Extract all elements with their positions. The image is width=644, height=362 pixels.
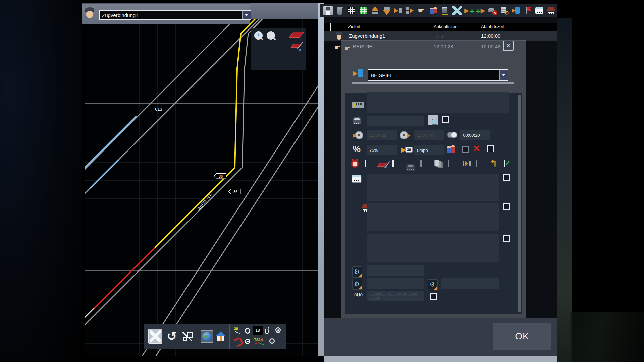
guid-checkbox[interactable] [430,293,437,300]
move-down-icon[interactable] [382,6,391,15]
background-terrain [570,312,644,362]
destination-select-value: BEISPIEL [368,72,499,78]
marker-wedge-icon [377,163,387,167]
snap-radio[interactable] [245,339,250,344]
chevron-down-icon[interactable] [499,70,508,80]
consist-properties-icon[interactable] [428,115,438,125]
service-select[interactable]: Zugverbindung1 [99,10,251,20]
driver-avatar-icon [85,7,95,19]
mouse-radio[interactable] [275,327,281,333]
documents-toggle-cb-wrap [448,161,462,167]
locomotive-icon [406,164,415,171]
snap-magnet-icon[interactable] [234,337,244,347]
insert-after-icon[interactable] [406,6,415,15]
close-icon[interactable]: ✕ [503,41,514,51]
add-service-after-icon[interactable] [476,6,485,15]
chevron-down-icon[interactable] [242,11,251,19]
ok-button[interactable]: OK [493,323,551,350]
jump-tool-button[interactable] [182,332,193,341]
no-stop-checkbox[interactable] [503,235,510,242]
column-divider [526,23,526,31]
ts14-radio[interactable] [269,338,275,344]
zoom-out-icon[interactable]: − [266,31,276,41]
zoom-in-icon[interactable]: + [254,31,264,41]
marker-wedge-toggle-checkbox[interactable] [392,160,394,167]
rotate-tool-button[interactable]: ↺ [167,329,177,343]
locomotive-toggle-checkbox[interactable] [420,160,422,167]
flag-marker-icon[interactable] [523,6,532,15]
platform-marker-icon[interactable] [535,6,544,15]
move-up-icon[interactable] [370,6,380,15]
world-view-button[interactable] [201,330,213,343]
collapse-view-icon[interactable] [452,6,462,15]
grid-dark-icon[interactable] [347,6,356,15]
play-pause-toggle-checkbox[interactable] [476,160,477,167]
cancel-checkbox[interactable] [487,145,494,152]
track-settings-field-2[interactable] [367,278,424,289]
column-divider [541,23,541,31]
depot-list[interactable] [367,203,499,231]
loco-checkbox[interactable] [442,116,449,123]
depot-marker-icon[interactable] [546,6,556,15]
track-settings-field-1[interactable] [367,265,424,276]
platform-list[interactable] [367,174,499,201]
speed-tag-value: 86 [229,189,241,194]
locomotive-field[interactable] [367,116,424,126]
gradient-radio[interactable] [245,328,250,334]
guid-field[interactable]: 00000000-0000-0000-0000-00000 [367,291,424,301]
marker-wedge-large-icon[interactable] [289,32,304,38]
performance-field[interactable]: 75% [367,145,397,155]
duration-field[interactable]: 00:00:20 [460,130,490,140]
refuel-icon[interactable] [441,6,450,15]
grid-green-icon[interactable] [359,6,368,15]
main-toolbar [320,4,557,17]
destination-select[interactable]: BEISPIEL [368,69,508,81]
pan-tool-button[interactable] [148,329,162,344]
remove-consist-icon[interactable] [488,6,497,15]
track-settings-field-3[interactable] [441,278,499,289]
track-settings-icon [428,279,438,290]
row-checkbox[interactable] [325,43,331,49]
arrival-time-field[interactable]: 12:00:28 [367,130,397,140]
portal-icon[interactable] [511,6,521,15]
uturn-toggle-checkbox[interactable] [504,160,505,167]
documents-icon [434,159,443,168]
map-tool-panel: + − [251,28,306,70]
divider [229,324,230,349]
timetable-row[interactable]: Zugverbindung1 --:--:-- 12:00:00 [324,31,557,41]
cancel-x-icon[interactable]: ✕ [473,143,480,154]
column-abfahrtszeit: Abfahrtszeit [481,24,504,29]
delete-icon[interactable] [335,6,344,15]
departure-time-field[interactable]: 12:00:48 [414,130,444,140]
track-settings-icon [352,279,362,290]
select-hand-icon[interactable] [417,6,427,15]
add-service-before-icon[interactable] [464,6,474,15]
speed-field[interactable]: 0mph [414,145,444,155]
speed-tag: 86 [228,189,241,194]
background-sky-gap [318,3,324,356]
ts14-mode-icon[interactable]: TS14 [254,338,265,345]
depot-checkbox[interactable] [503,203,510,210]
platform-checkbox[interactable] [503,174,510,181]
track-settings-icon [352,266,362,278]
dialog-scrollbar[interactable] [518,95,521,312]
consist-list[interactable] [367,92,509,113]
documents-toggle-checkbox[interactable] [448,160,449,167]
home-view-button[interactable] [215,331,226,342]
zoom-in-glyph: + [257,32,260,38]
consist-icon [352,102,364,108]
speed-tag: 86 [214,173,226,179]
gradient-display-icon[interactable]: 30 [234,327,243,334]
save-icon[interactable] [323,6,333,15]
insert-before-icon[interactable] [394,6,403,15]
service-properties-icon[interactable] [499,6,509,15]
no-stop-list[interactable] [367,234,499,262]
mouse-icon [265,329,269,334]
passengers-icon[interactable] [429,6,438,15]
service-select-value: Zugverbindung1 [100,12,242,18]
alarm-toggle-checkbox[interactable] [365,160,366,167]
play-pause-icon [462,160,471,168]
passengers-checkbox[interactable] [462,146,469,153]
duration-icon [447,131,457,139]
grid-size-box[interactable]: 18 [253,326,263,335]
